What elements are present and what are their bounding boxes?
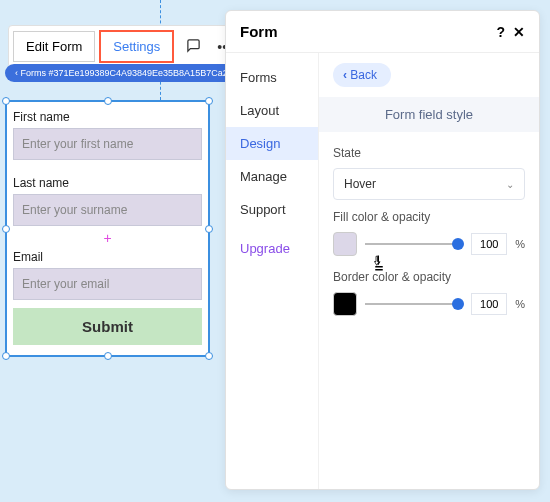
sidenav-item-upgrade[interactable]: Upgrade: [226, 232, 318, 265]
form-field-last-name: Last name Enter your surname: [7, 168, 208, 226]
state-select[interactable]: Hover ⌄: [333, 168, 525, 200]
resize-handle[interactable]: [104, 352, 112, 360]
sidenav-item-layout[interactable]: Layout: [226, 94, 318, 127]
slider-knob[interactable]: [452, 238, 464, 250]
section-title: Form field style: [319, 97, 539, 132]
help-icon[interactable]: ?: [496, 24, 505, 40]
panel-content: Back Form field style State Hover ⌄ Fill…: [318, 53, 539, 489]
panel-title: Form: [240, 23, 278, 40]
panel-header: Form ? ✕: [226, 11, 539, 52]
close-icon[interactable]: ✕: [513, 24, 525, 40]
text-input[interactable]: Enter your email: [13, 268, 202, 300]
sidenav-item-design[interactable]: Design: [226, 127, 318, 160]
fill-label: Fill color & opacity: [333, 210, 525, 224]
form-element[interactable]: First name Enter your first name Last na…: [5, 100, 210, 357]
field-label: Last name: [7, 168, 208, 194]
add-field-icon[interactable]: +: [7, 234, 208, 242]
breadcrumb[interactable]: Forms #371Ee199389C4A93849Ee35B8A15B7Ca2: [5, 64, 238, 82]
sidenav-item-forms[interactable]: Forms: [226, 61, 318, 94]
resize-handle[interactable]: [205, 225, 213, 233]
field-label: First name: [7, 102, 208, 128]
resize-handle[interactable]: [2, 97, 10, 105]
resize-handle[interactable]: [205, 352, 213, 360]
border-opacity-input[interactable]: [471, 293, 507, 315]
submit-button[interactable]: Submit: [13, 308, 202, 345]
panel-sidenav: Forms Layout Design Manage Support Upgra…: [226, 53, 318, 489]
fill-opacity-row: %: [333, 232, 525, 256]
slider-knob[interactable]: [452, 298, 464, 310]
resize-handle[interactable]: [2, 352, 10, 360]
settings-button[interactable]: Settings: [99, 30, 174, 63]
sidenav-item-support[interactable]: Support: [226, 193, 318, 226]
settings-panel: Form ? ✕ Forms Layout Design Manage Supp…: [225, 10, 540, 490]
border-opacity-slider[interactable]: [365, 303, 463, 305]
sidenav-item-manage[interactable]: Manage: [226, 160, 318, 193]
border-color-swatch[interactable]: [333, 292, 357, 316]
back-button[interactable]: Back: [333, 63, 391, 87]
border-opacity-row: %: [333, 292, 525, 316]
text-input[interactable]: Enter your surname: [13, 194, 202, 226]
fill-color-swatch[interactable]: [333, 232, 357, 256]
fill-opacity-slider[interactable]: [365, 243, 463, 245]
chevron-down-icon: ⌄: [506, 179, 514, 190]
form-field-email: Email Enter your email: [7, 242, 208, 300]
resize-handle[interactable]: [2, 225, 10, 233]
resize-handle[interactable]: [104, 97, 112, 105]
cursor-pointer-icon: [370, 254, 388, 272]
border-label: Border color & opacity: [333, 270, 525, 284]
text-input[interactable]: Enter your first name: [13, 128, 202, 160]
element-toolbar: Edit Form Settings •••: [8, 25, 245, 68]
form-field-first-name: First name Enter your first name: [7, 102, 208, 160]
state-label: State: [333, 146, 525, 160]
percent-label: %: [515, 298, 525, 310]
resize-handle[interactable]: [205, 97, 213, 105]
state-value: Hover: [344, 177, 376, 191]
comment-icon[interactable]: [178, 31, 209, 63]
fill-opacity-input[interactable]: [471, 233, 507, 255]
edit-form-button[interactable]: Edit Form: [13, 31, 95, 62]
percent-label: %: [515, 238, 525, 250]
